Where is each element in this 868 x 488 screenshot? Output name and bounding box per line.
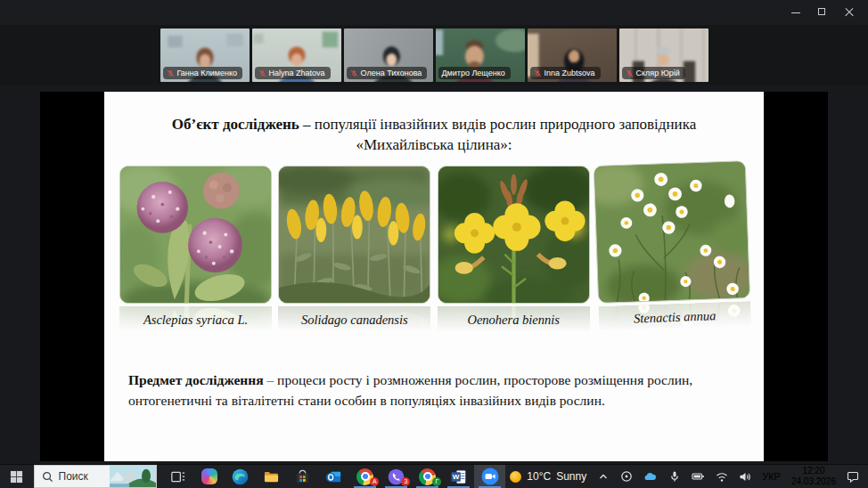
close-icon: [845, 8, 853, 16]
search-highlight-image[interactable]: [110, 466, 156, 487]
clock-time: 12:20: [791, 466, 836, 477]
zoom-icon: [481, 468, 499, 485]
participant-nameplate: Дмитро Лещенко: [438, 67, 511, 79]
restore-icon: [818, 8, 825, 15]
task-view-button[interactable]: [162, 465, 193, 488]
wifi-button[interactable]: [711, 465, 733, 488]
participant-nameplate: Halyna Zhatova: [255, 67, 331, 79]
start-button[interactable]: [0, 465, 34, 488]
file-explorer-button[interactable]: [256, 465, 287, 488]
volume-icon: [739, 471, 751, 483]
viber-button[interactable]: 3: [381, 465, 412, 488]
plant-photo-fleabane: [594, 160, 750, 304]
plant-figure-oenothera: Oenohera biennis: [438, 166, 590, 328]
participant-nameplate: Скляр Юрій: [622, 67, 685, 79]
profile-badge: Г: [432, 477, 441, 486]
participant-name: Inna Zubtsova: [545, 69, 595, 77]
language-indicator[interactable]: УКР: [757, 465, 785, 488]
participant-tile-skliar-yurii[interactable]: Скляр Юрій: [619, 28, 708, 82]
plant-caption: Asclepias syriaca L.: [119, 313, 272, 328]
system-tray: 10°C Sunny УКР: [505, 465, 868, 488]
slide-title: Об’єкт досліджень – популяції інвазійних…: [104, 92, 764, 156]
participant-name: Halyna Zhatova: [269, 69, 325, 77]
tray-app-icon: [620, 470, 633, 483]
sun-icon: [510, 471, 521, 483]
microsoft-store-button[interactable]: [287, 465, 318, 488]
volume-button[interactable]: [734, 465, 756, 488]
slide-body-text: Предмет дослідження – процеси росту і ро…: [104, 370, 764, 411]
participant-tile-hanna-klymenko[interactable]: Ганна Клименко: [160, 28, 250, 82]
muted-mic-icon: [534, 69, 542, 77]
plant-figure-asclepias: Asclepias syriaca L.: [119, 166, 272, 328]
battery-button[interactable]: [687, 465, 709, 488]
chrome-profile-a-button[interactable]: A: [349, 465, 381, 488]
slide-title-bold: Об’єкт досліджень: [172, 116, 299, 133]
participant-nameplate: Inna Zubtsova: [530, 67, 601, 79]
notifications-icon: [847, 470, 860, 483]
outlook-icon: [325, 468, 342, 485]
onedrive-button[interactable]: [639, 465, 662, 488]
tray-app-button[interactable]: [616, 465, 637, 488]
muted-mic-icon: [167, 69, 175, 77]
weather-temperature: 10°C: [527, 470, 551, 483]
taskbar-search[interactable]: [34, 465, 158, 488]
microphone-tray-button[interactable]: [664, 465, 685, 488]
plant-photo-goldenrod: [278, 166, 430, 304]
plant-photo-milkweed: [119, 166, 272, 304]
zoom-window: Ганна Клименко Halyna Zhatova Олена Тихо…: [0, 0, 868, 488]
participant-name: Скляр Юрій: [636, 69, 680, 77]
muted-mic-icon: [350, 69, 358, 77]
outlook-button[interactable]: [318, 465, 349, 488]
participant-tile-olena-tykhonova[interactable]: Олена Тихонова: [344, 28, 433, 82]
battery-icon: [692, 470, 705, 483]
weather-widget[interactable]: 10°C Sunny: [505, 465, 591, 488]
slide-title-rest: – популяції інвазійних видів рослин прир…: [299, 116, 696, 153]
participant-nameplate: Ганна Клименко: [163, 67, 243, 79]
wifi-icon: [716, 471, 728, 483]
screen-share: Об’єкт досліджень – популяції інвазійних…: [40, 92, 828, 461]
participant-tile-inna-zubtsova[interactable]: Inna Zubtsova: [528, 28, 617, 82]
copilot-icon: [201, 468, 217, 484]
minimize-button[interactable]: [782, 0, 809, 25]
edge-icon: [232, 468, 249, 485]
weather-condition: Sunny: [556, 470, 586, 483]
tray-overflow-button[interactable]: [593, 465, 614, 488]
plant-photos-row: Asclepias syriaca L.: [104, 166, 764, 328]
notification-badge: 3: [401, 477, 410, 486]
microphone-icon: [668, 470, 681, 483]
windows-logo-icon: [10, 470, 23, 484]
muted-mic-icon: [258, 69, 266, 77]
minimize-icon: [791, 12, 800, 13]
window-titlebar: [0, 0, 868, 25]
slide-body-bold: Предмет дослідження: [128, 372, 264, 387]
participant-name: Олена Тихонова: [361, 69, 422, 77]
plant-figure-solidago: Solidago canadensis: [278, 166, 430, 328]
word-button[interactable]: W: [443, 465, 474, 488]
windows-taskbar: A 3 Г W 10°C Sunny: [0, 464, 868, 488]
word-icon: W: [450, 468, 467, 485]
zoom-app-button[interactable]: [474, 465, 505, 488]
file-explorer-icon: [263, 468, 280, 485]
meeting-stage: Об’єкт досліджень – популяції інвазійних…: [0, 85, 868, 464]
restore-button[interactable]: [809, 0, 836, 25]
close-button[interactable]: [836, 0, 863, 25]
copilot-button[interactable]: [193, 465, 225, 488]
participant-tile-halyna-zhatova[interactable]: Halyna Zhatova: [252, 28, 341, 82]
profile-badge: A: [370, 477, 379, 486]
plant-photo-primrose: [438, 166, 590, 304]
plant-figure-stenactis: Stenactis annua: [594, 160, 751, 328]
edge-button[interactable]: [225, 465, 256, 488]
search-icon: [42, 471, 53, 483]
window-controls: [782, 0, 863, 25]
participant-tile-dmytro-leshchenko-active-speaker[interactable]: Дмитро Лещенко: [436, 28, 525, 82]
clock-date: 24.03.2026: [791, 476, 836, 488]
chrome-profile-g-button[interactable]: Г: [412, 465, 443, 488]
presentation-slide: Об’єкт досліджень – популяції інвазійних…: [104, 92, 764, 461]
plant-caption: Solidago canadensis: [278, 313, 430, 328]
microsoft-store-icon: [294, 468, 311, 485]
participant-nameplate: Олена Тихонова: [347, 67, 428, 79]
clock[interactable]: 12:20 24.03.2026: [787, 465, 840, 488]
task-view-icon: [169, 468, 186, 485]
chevron-up-icon: [597, 471, 610, 482]
notification-center-button[interactable]: [842, 465, 864, 488]
